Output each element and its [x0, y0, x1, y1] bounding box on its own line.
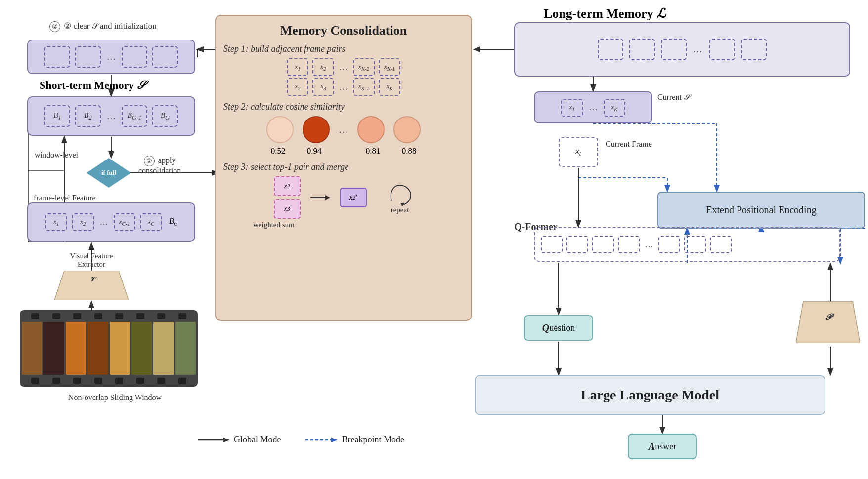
s1r1-xk2: xK-2 — [353, 58, 375, 76]
sim-circles-row: … — [223, 116, 464, 143]
film-frames — [22, 322, 196, 375]
window-level-label: window-level — [35, 151, 78, 160]
film-frame-8 — [175, 322, 196, 375]
ltm-item-5 — [741, 39, 767, 60]
answer-box: A nswer — [628, 434, 697, 459]
s1r1-dots: … — [339, 62, 348, 73]
stm-bg: BG — [152, 105, 178, 127]
ltm-item-3 — [661, 39, 687, 60]
svg-marker-40 — [331, 438, 338, 442]
stm-dots: … — [107, 111, 116, 121]
stm-b2: B2 — [75, 105, 101, 127]
diagram-container: ② ② clear 𝒮 and initialization … Short-t… — [0, 0, 868, 479]
cs-xk: xK — [604, 99, 625, 117]
s1r1-x2: x2 — [312, 58, 334, 76]
film-frame-4 — [87, 322, 108, 375]
xt-label: xt — [576, 147, 581, 158]
current-frame-label: Current Frame — [606, 140, 652, 149]
qf-item-5 — [658, 236, 680, 253]
vfe-svg: 𝒱 — [54, 271, 129, 300]
answer-a: A — [649, 441, 655, 452]
ff-x1: x1 — [45, 213, 67, 231]
qf-item-7 — [710, 236, 732, 253]
film-frame-6 — [131, 322, 152, 375]
question-text: uestion — [549, 323, 575, 333]
current-s-box: x1 … xK — [534, 91, 652, 123]
qformer-items-row: … — [534, 227, 840, 262]
merge-section: x2 x3 x2' repeat — [223, 176, 464, 219]
film-hole — [136, 378, 144, 384]
projection-container: 𝒫 ProjectionLayer — [796, 301, 860, 343]
film-frame-5 — [110, 322, 130, 375]
ff-dots: … — [100, 218, 108, 227]
film-hole — [157, 313, 165, 319]
film-hole — [178, 313, 186, 319]
sim-circle-4 — [393, 116, 421, 143]
legend-global: Global Mode — [198, 435, 281, 445]
step1-row2: x2 x3 … xK-1 xK — [223, 78, 464, 96]
non-overlap-label: Non-overlap Sliding Window — [27, 393, 203, 402]
svg-marker-35 — [796, 301, 860, 343]
projection-svg: 𝒫 — [796, 301, 860, 343]
llm-label: Large Language Model — [581, 387, 719, 403]
legend-breakpoint-label: Breakpoint Mode — [342, 435, 404, 445]
stm-box: B1 B2 … BG-1 BG — [27, 96, 195, 136]
sim-circle-1 — [266, 116, 294, 143]
apply-consolidation-label: ① applyconsolidation — [138, 156, 181, 175]
cs-dots: … — [589, 102, 598, 113]
step3-label: Step 3: select top-1 pair and merge — [223, 162, 464, 172]
merge-inputs: x2 x3 — [274, 176, 301, 219]
svg-marker-38 — [223, 438, 230, 442]
legend-breakpoint: Breakpoint Mode — [305, 435, 404, 445]
film-hole — [31, 378, 39, 384]
stm-bg1: BG-1 — [122, 105, 147, 127]
top-memory-row: … — [27, 40, 195, 74]
sim-val-2: 0.94 — [301, 146, 328, 156]
qf-item-1 — [541, 236, 563, 253]
current-frame-box: xt — [559, 137, 598, 167]
merge-arrow — [310, 185, 330, 210]
bn-label: Bn — [169, 217, 177, 228]
film-hole — [157, 378, 165, 384]
top-mem-dots: … — [107, 52, 116, 62]
ff-xc: xC — [140, 213, 162, 231]
question-q: Q — [542, 322, 549, 334]
sim-circle-2 — [303, 116, 330, 143]
merge-arrow-svg — [310, 185, 330, 210]
film-frame-2 — [43, 322, 64, 375]
s1r1-x1: x1 — [287, 58, 308, 76]
qf-dots: … — [645, 240, 653, 250]
merge-x3: x3 — [274, 199, 301, 219]
film-hole — [115, 378, 123, 384]
repeat-label: repeat — [391, 206, 409, 214]
repeat-arrow-svg — [387, 181, 414, 206]
sim-values-row: 0.52 0.94 0.81 0.88 — [223, 146, 464, 156]
circle-2: ② — [49, 21, 60, 32]
film-strip — [20, 310, 198, 387]
film-holes-top — [20, 313, 198, 319]
s1r2-xk: xK — [379, 78, 400, 96]
answer-text: nswer — [655, 441, 676, 452]
s1r2-xk1: xK-1 — [353, 78, 375, 96]
legend-solid-arrow — [198, 435, 230, 445]
cs-x1: x1 — [561, 99, 583, 117]
sim-circle-3 — [357, 116, 385, 143]
current-s-label: Current 𝒮 — [657, 93, 689, 102]
ff-xc1: xC-1 — [114, 213, 135, 231]
film-frame-3 — [66, 322, 86, 375]
stm-script: 𝒮 — [137, 79, 144, 91]
legend-global-label: Global Mode — [234, 435, 281, 445]
ltm-title: Long-term Memory ℒ — [544, 6, 666, 21]
llm-box: Large Language Model — [475, 375, 825, 415]
top-mem-item-4 — [152, 46, 178, 68]
question-box: Q uestion — [524, 315, 593, 341]
film-hole — [136, 313, 144, 319]
extend-pe-box: Extend Positional Encoding — [657, 192, 865, 229]
sim-dots: … — [339, 124, 348, 135]
ltm-item-2 — [629, 39, 655, 60]
ltm-box: … — [514, 22, 850, 77]
memory-consolidation-box: Memory Consolidation Step 1: build adjac… — [215, 15, 472, 321]
film-holes-bottom — [20, 378, 198, 384]
film-hole — [94, 313, 102, 319]
legend-box: Global Mode Breakpoint Mode — [198, 435, 404, 445]
